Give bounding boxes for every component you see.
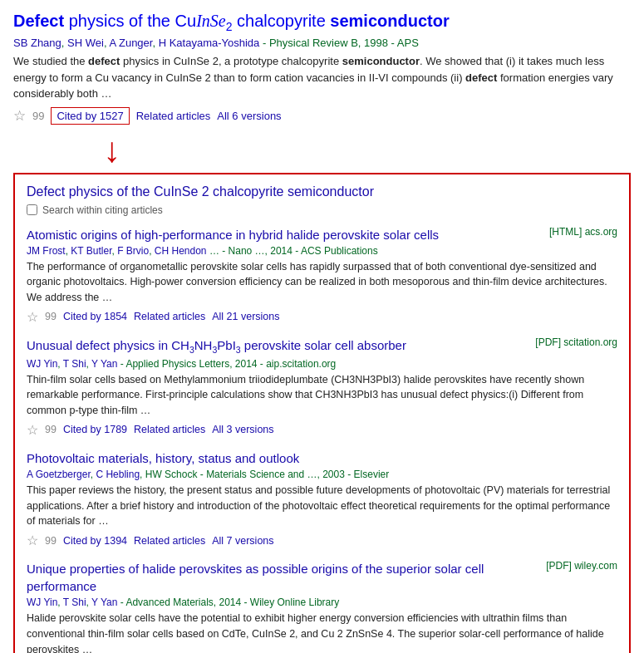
result-1-pdf-link[interactable]: [HTML] acs.org — [549, 226, 617, 238]
result-2-title-row: Unusual defect physics in CH3NH3PbI3 per… — [27, 336, 617, 356]
result-1-authors: JM Frost, KT Butler, F Brvio, CH Hendon … — [27, 245, 617, 257]
main-authors-line: SB Zhang, SH Wei, A Zunger, H Katayama-Y… — [13, 37, 631, 49]
author-wei[interactable]: SH Wei — [67, 37, 104, 49]
result-3-title-link[interactable]: Photovoltaic materials, history, status … — [27, 449, 299, 467]
author-zhang[interactable]: SB Zhang — [13, 37, 61, 49]
result-1-versions[interactable]: All 21 versions — [212, 311, 279, 322]
result-1-author-hendon[interactable]: CH Hendon — [155, 245, 207, 257]
quote-icon[interactable]: 99 — [32, 110, 44, 122]
journal-info: - Physical Review B, 1998 - APS — [263, 37, 419, 49]
result-1-author-butler[interactable]: KT Butler — [71, 245, 111, 257]
arrow-container: ↓ — [103, 133, 631, 168]
title-word-defect: Defect — [13, 12, 64, 30]
result-3-actions: ☆ 99 Cited by 1394 Related articles All … — [27, 533, 617, 548]
result-item-2: Unusual defect physics in CH3NH3PbI3 per… — [27, 336, 617, 438]
title-word-semiconductor: semiconductor — [330, 12, 449, 30]
result-2-versions[interactable]: All 3 versions — [212, 424, 273, 435]
result-4-author-shi[interactable]: T Shi — [63, 597, 86, 608]
result-1-title-link[interactable]: Atomistic origins of high-performance in… — [27, 226, 439, 243]
result-3-author-goetz[interactable]: A Goetzberger — [27, 469, 91, 480]
related-articles-link[interactable]: Related articles — [136, 110, 211, 122]
title-text-2: chalcopyrite — [237, 12, 330, 30]
result-4-author-yin[interactable]: WJ Yin — [27, 597, 57, 608]
result-2-journal: - Applied Physics Letters, 2014 - aip.sc… — [120, 358, 336, 370]
author-katayama[interactable]: H Katayama-Yoshida — [159, 37, 260, 49]
result-3-versions[interactable]: All 7 versions — [212, 535, 273, 547]
result-3-authors: A Goetzberger, C Hebling, HW Schock - Ma… — [27, 469, 617, 480]
result-1-title-row: Atomistic origins of high-performance in… — [27, 226, 617, 243]
result-1-related[interactable]: Related articles — [134, 311, 205, 322]
result-3-star-icon[interactable]: ☆ — [27, 533, 38, 548]
result-2-author-yin[interactable]: WJ Yin — [27, 358, 57, 370]
result-3-journal: - Materials Science and …, 2003 - Elsevi… — [200, 469, 389, 480]
author-zunger[interactable]: A Zunger — [109, 37, 152, 49]
title-se: Se — [210, 12, 226, 30]
result-4-pdf-link[interactable]: [PDF] wiley.com — [546, 560, 617, 572]
result-1-cited-by[interactable]: Cited by 1854 — [63, 311, 127, 322]
result-4-abstract: Halide perovskite solar cells have the p… — [27, 611, 617, 653]
result-3-related[interactable]: Related articles — [134, 535, 205, 547]
result-2-actions: ☆ 99 Cited by 1789 Related articles All … — [27, 422, 617, 438]
result-2-author-shi[interactable]: T Shi — [63, 358, 86, 370]
results-box: Defect physics of the CuInSe 2 chalcopyr… — [13, 173, 631, 653]
result-3-abstract: This paper reviews the history, the pres… — [27, 483, 617, 529]
cited-by-link[interactable]: Cited by 1527 — [51, 107, 129, 125]
result-4-authors: WJ Yin, T Shi, Y Yan - Advanced Material… — [27, 597, 617, 608]
result-1-author-frost[interactable]: JM Frost — [27, 245, 66, 257]
result-item-4: Unique properties of halide perovskites … — [27, 560, 617, 653]
down-arrow-icon: ↓ — [103, 133, 120, 168]
search-within-label: Search within citing articles — [42, 204, 163, 216]
result-2-author-yan[interactable]: Y Yan — [91, 358, 117, 370]
result-1-quote-icon[interactable]: 99 — [45, 311, 57, 322]
result-1-abstract: The performance of organometallic perovs… — [27, 259, 617, 306]
result-1-journal: … - Nano …, 2014 - ACS Publications — [209, 245, 378, 257]
result-2-quote-icon[interactable]: 99 — [45, 424, 57, 435]
result-2-title-link[interactable]: Unusual defect physics in CH3NH3PbI3 per… — [27, 336, 406, 356]
result-4-author-yan[interactable]: Y Yan — [91, 597, 117, 608]
result-item-1: Atomistic origins of high-performance in… — [27, 226, 617, 325]
result-4-journal: - Advanced Materials, 2014 - Wiley Onlin… — [120, 597, 339, 608]
result-3-author-schock: HW Schock — [145, 469, 198, 480]
result-1-star-icon[interactable]: ☆ — [27, 309, 38, 325]
result-1-actions: ☆ 99 Cited by 1854 Related articles All … — [27, 309, 617, 325]
result-2-star-icon[interactable]: ☆ — [27, 422, 38, 438]
result-2-abstract: Thin-film solar cells based on Methylamm… — [27, 372, 617, 419]
main-result: Defect physics of the CuInSe2 chalcopyri… — [13, 10, 631, 125]
result-1-author-brvio[interactable]: F Brvio — [117, 245, 149, 257]
main-title-link[interactable]: Defect physics of the CuInSe2 chalcopyri… — [13, 12, 450, 30]
result-2-authors: WJ Yin, T Shi, Y Yan - Applied Physics L… — [27, 358, 617, 370]
results-box-title: Defect physics of the CuInSe 2 chalcopyr… — [27, 184, 617, 199]
result-3-cited-by[interactable]: Cited by 1394 — [63, 535, 127, 547]
result-2-cited-by[interactable]: Cited by 1789 — [63, 424, 127, 435]
result-item-3: Photovoltaic materials, history, status … — [27, 449, 617, 548]
result-2-related[interactable]: Related articles — [134, 424, 205, 435]
star-icon[interactable]: ☆ — [13, 107, 26, 125]
result-2-pdf-link[interactable]: [PDF] scitation.org — [535, 336, 617, 348]
main-actions-row: ☆ 99 Cited by 1527 Related articles All … — [13, 107, 631, 125]
title-sub2: 2 — [226, 20, 233, 33]
title-cuinse: In — [196, 12, 210, 30]
result-3-quote-icon[interactable]: 99 — [45, 535, 57, 547]
result-3-author-hebling[interactable]: C Hebling — [96, 469, 140, 480]
main-title[interactable]: Defect physics of the CuInSe2 chalcopyri… — [13, 10, 631, 34]
search-within-checkbox[interactable] — [27, 204, 37, 215]
search-within-row[interactable]: Search within citing articles — [27, 204, 617, 216]
result-4-title-row: Unique properties of halide perovskites … — [27, 560, 617, 595]
all-versions-link[interactable]: All 6 versions — [217, 110, 281, 122]
title-text-1: physics of the Cu — [69, 12, 196, 30]
result-4-title-link[interactable]: Unique properties of halide perovskites … — [27, 560, 492, 595]
result-3-title-row: Photovoltaic materials, history, status … — [27, 449, 617, 467]
main-abstract: We studied the defect physics in CuInSe … — [13, 53, 631, 102]
